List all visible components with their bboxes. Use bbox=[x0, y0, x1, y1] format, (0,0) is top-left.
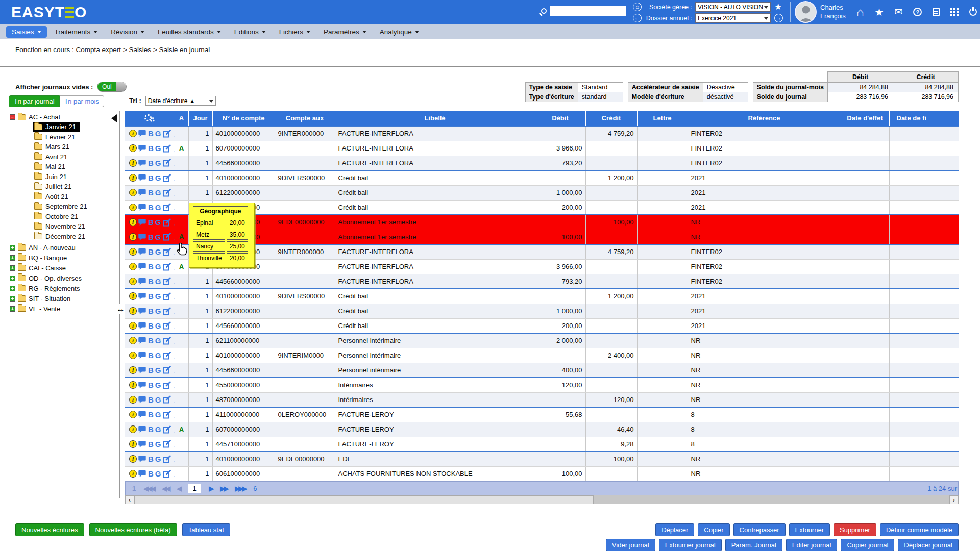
credit-cell[interactable] bbox=[585, 407, 637, 422]
pin-icon[interactable] bbox=[173, 248, 175, 256]
grand-livre-icon[interactable]: G bbox=[155, 144, 161, 153]
effect-date-cell[interactable] bbox=[841, 259, 889, 274]
tree-journal-item[interactable]: + BQ - Banque bbox=[10, 253, 119, 263]
expand-node-icon[interactable]: + bbox=[10, 306, 15, 312]
comment-icon[interactable] bbox=[138, 352, 146, 359]
comment-icon[interactable] bbox=[138, 455, 146, 463]
grand-livre-icon[interactable]: G bbox=[155, 218, 161, 227]
pin-icon[interactable] bbox=[173, 189, 175, 197]
aux-account-cell[interactable] bbox=[275, 466, 335, 481]
account-cell[interactable]: 401000000000 bbox=[212, 289, 275, 304]
effect-date-cell[interactable] bbox=[841, 333, 889, 348]
label-cell[interactable]: EDF bbox=[335, 452, 535, 466]
lettering-cell[interactable] bbox=[637, 318, 688, 333]
tree-journal-item[interactable]: + RG - Règlements bbox=[10, 283, 119, 293]
account-cell[interactable]: 607000000000 bbox=[212, 422, 275, 437]
footer-button[interactable]: Extourner journal bbox=[659, 539, 722, 551]
aux-account-cell[interactable] bbox=[275, 156, 335, 170]
comment-icon[interactable] bbox=[138, 411, 146, 418]
search-input[interactable] bbox=[550, 6, 626, 16]
info-icon[interactable]: i bbox=[129, 218, 137, 226]
comment-icon[interactable] bbox=[138, 174, 146, 182]
day-cell[interactable]: 1 bbox=[188, 141, 212, 156]
grand-livre-icon[interactable]: G bbox=[155, 469, 161, 478]
lettering-cell[interactable] bbox=[637, 230, 688, 244]
bulletin-icon[interactable]: B bbox=[148, 351, 154, 360]
label-cell[interactable]: Crédit bail bbox=[335, 170, 535, 185]
scroll-right-icon[interactable]: › bbox=[949, 495, 959, 504]
effect-date-cell[interactable] bbox=[841, 289, 889, 304]
credit-cell[interactable] bbox=[585, 333, 637, 348]
effect-date-cell[interactable] bbox=[841, 407, 889, 422]
favorites-icon[interactable]: ★ bbox=[875, 6, 884, 18]
aux-account-cell[interactable] bbox=[275, 318, 335, 333]
aux-account-cell[interactable]: 9DIVERS00000 bbox=[275, 289, 335, 304]
scroll-left-icon[interactable]: ‹ bbox=[125, 495, 134, 504]
account-cell[interactable]: 401000000000 bbox=[212, 126, 275, 141]
jump-last-icon[interactable]: ▶▶▶ bbox=[235, 485, 246, 492]
day-cell[interactable]: 1 bbox=[188, 378, 212, 392]
pin-icon[interactable] bbox=[173, 203, 175, 211]
comment-icon[interactable] bbox=[138, 130, 146, 137]
day-cell[interactable]: 1 bbox=[188, 333, 212, 348]
label-cell[interactable]: Personnel intérimaire bbox=[335, 333, 535, 348]
label-cell[interactable]: Crédit bail bbox=[335, 185, 535, 200]
fast-forward-icon[interactable]: ▶▶ bbox=[220, 485, 227, 492]
edit-icon[interactable] bbox=[163, 159, 172, 167]
account-cell[interactable]: 401000000000 bbox=[212, 452, 275, 466]
footer-button[interactable]: Copier bbox=[698, 523, 729, 536]
info-icon[interactable]: i bbox=[129, 130, 137, 137]
pin-icon[interactable] bbox=[173, 292, 175, 300]
effect-date-cell[interactable] bbox=[841, 378, 889, 392]
lettering-cell[interactable] bbox=[637, 126, 688, 141]
comment-icon[interactable] bbox=[138, 366, 146, 374]
debit-cell[interactable]: 3 966,00 bbox=[535, 259, 585, 274]
pin-icon[interactable] bbox=[173, 366, 175, 374]
pin-icon[interactable] bbox=[173, 337, 175, 345]
account-cell[interactable]: 445660000000 bbox=[212, 318, 275, 333]
info-icon[interactable]: i bbox=[129, 233, 137, 241]
analytic-flag-cell[interactable] bbox=[175, 215, 188, 230]
jump-first-icon[interactable]: ◀◀◀ bbox=[143, 485, 154, 492]
info-icon[interactable]: i bbox=[129, 144, 137, 152]
tree-month-item[interactable]: Février 21 bbox=[28, 132, 119, 142]
day-cell[interactable]: 1 bbox=[188, 422, 212, 437]
end-date-cell[interactable] bbox=[889, 215, 959, 230]
pin-icon[interactable] bbox=[173, 307, 175, 315]
pin-icon[interactable] bbox=[173, 218, 175, 227]
aux-account-cell[interactable] bbox=[275, 230, 335, 244]
credit-cell[interactable]: 46,40 bbox=[585, 422, 637, 437]
bulletin-icon[interactable]: B bbox=[148, 262, 154, 271]
info-icon[interactable]: i bbox=[129, 263, 137, 270]
aux-account-cell[interactable] bbox=[275, 304, 335, 318]
analytic-flag-cell[interactable] bbox=[175, 170, 188, 185]
info-icon[interactable]: i bbox=[129, 352, 137, 359]
lettering-cell[interactable] bbox=[637, 422, 688, 437]
expand-node-icon[interactable]: + bbox=[10, 245, 15, 251]
info-icon[interactable]: i bbox=[129, 440, 137, 448]
grand-livre-icon[interactable]: G bbox=[155, 203, 161, 212]
lettering-cell[interactable] bbox=[637, 244, 688, 259]
menu-item[interactable]: Saisies bbox=[6, 26, 47, 38]
label-cell[interactable]: FACTURE-LEROY bbox=[335, 437, 535, 452]
col-header-lettering[interactable]: Lettre bbox=[637, 111, 688, 126]
aux-account-cell[interactable]: 0LEROY000000 bbox=[275, 407, 335, 422]
bulletin-icon[interactable]: B bbox=[148, 381, 154, 389]
aux-account-cell[interactable] bbox=[275, 141, 335, 156]
credit-cell[interactable]: 1 200,00 bbox=[585, 170, 637, 185]
lettering-cell[interactable] bbox=[637, 348, 688, 363]
bulletin-icon[interactable]: B bbox=[148, 425, 154, 434]
col-header-debit[interactable]: Débit bbox=[535, 111, 585, 126]
analytic-flag-cell[interactable] bbox=[175, 156, 188, 170]
show-empty-toggle[interactable]: Oui bbox=[97, 82, 127, 92]
company-home-icon[interactable]: ⌂ bbox=[633, 3, 642, 11]
debit-cell[interactable]: 120,00 bbox=[535, 378, 585, 392]
apps-grid-icon[interactable] bbox=[950, 8, 959, 16]
pin-icon[interactable] bbox=[173, 277, 175, 285]
pin-icon[interactable] bbox=[173, 321, 175, 330]
info-icon[interactable]: i bbox=[129, 322, 137, 330]
lettering-cell[interactable] bbox=[637, 466, 688, 481]
lettering-cell[interactable] bbox=[637, 289, 688, 304]
col-header-credit[interactable]: Crédit bbox=[585, 111, 637, 126]
bulletin-icon[interactable]: B bbox=[148, 292, 154, 300]
